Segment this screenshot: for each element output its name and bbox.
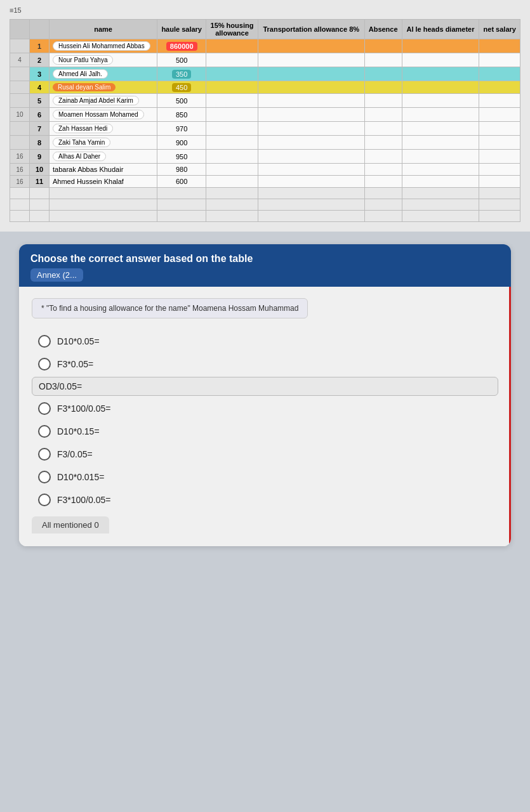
toolbar: ≡15 [10,6,520,14]
row-num-cell: 16 [10,176,30,188]
col-transport-header: Transportation allowance 8% [258,20,364,39]
option-label: D10*0.015= [57,472,104,482]
salary-cell: 950 [157,150,206,164]
table-row: 7 Zah Hassan Hedi 970 [10,122,520,136]
table-row: 10 6 Moamen Hossam Mohamed 850 [10,108,520,122]
table-row: 16 9 Alhas Al Daher 950 [10,150,520,164]
row-index-cell: 7 [30,122,50,136]
name-value: Zainab Amjad Abdel Karim [53,96,139,105]
al-cell [402,39,479,53]
table-row: 16 11 Ahmed Hussein Khalaf 600 [10,176,520,188]
radio-option4[interactable] [38,402,51,415]
row-index-cell: 3 [30,67,50,81]
column-header-row: name haule salary 15% housingallowance T… [10,20,520,39]
option-label: F3*100/0.05= [57,403,110,414]
radio-option2[interactable] [38,358,51,370]
row-index-cell: 9 [30,150,50,164]
list-item[interactable]: F3*100/0.05= [32,398,498,419]
col-name-header: name [50,20,157,39]
option-label: F3/0.05= [57,449,93,459]
quiz-question: * "To find a housing allowance for the n… [32,298,308,318]
row-index-cell: 2 [30,53,50,67]
name-cell: Alhas Al Daher [50,150,157,164]
name-value: Rusal deyan Salim [53,83,116,91]
quiz-wrapper: Choose the correct answer based on the t… [10,244,520,546]
salary-cell: 500 [157,94,206,108]
quiz-title: Choose the correct answer based on the t… [30,253,500,265]
salary-cell: 900 [157,136,206,150]
salary-cell: 850 [157,108,206,122]
name-value: Alhas Al Daher [53,152,106,161]
col-housing-header: 15% housingallowance [206,20,258,39]
quiz-body: * "To find a housing allowance for the n… [19,287,511,546]
option-label: D10*0.15= [57,426,100,436]
name-cell: Rusal deyan Salim [50,81,157,94]
table-row: 4 2 Nour Patlu Yahya 500 [10,53,520,67]
list-item[interactable]: D10*0.015= [32,467,498,487]
row-index-cell: 6 [30,108,50,122]
row-num-cell [10,39,30,53]
name-cell: Hussein Ali Mohammed Abbas [50,39,157,53]
quiz-annex-label: Annex (2... [30,268,83,282]
name-value: Moamen Hossam Mohamed [53,110,144,119]
red-vertical-line [509,287,511,546]
option-label: D10*0.05= [57,336,100,346]
name-cell: Zah Hassan Hedi [50,122,157,136]
row-index-cell: 5 [30,94,50,108]
name-cell: Ahmed Ali Jalh. [50,67,157,81]
row-index-cell: 8 [30,136,50,150]
row-index-cell: 1 [30,39,50,53]
name-value: Nour Patlu Yahya [53,55,113,65]
list-item[interactable]: F3*100/0.05= [32,490,498,510]
name-cell: Zainab Amjad Abdel Karim [50,94,157,108]
row-num-cell: 4 [10,53,30,67]
salary-cell: 500 [157,53,206,67]
name-cell: Ahmed Hussein Khalaf [50,176,157,188]
table-row: 16 10 tabarak Abbas Khudair 980 [10,164,520,176]
table-row: 8 Zaki Taha Yamin 900 [10,136,520,150]
row-index-cell: 4 [30,81,50,94]
col-al-header: Al le heads diameter [402,20,479,39]
salary-cell: 450 [157,81,206,94]
list-item[interactable]: F3/0.05= [32,444,498,464]
option-label: F3*100/0.05= [57,495,110,505]
radio-option8[interactable] [38,494,51,506]
toolbar-label: ≡15 [10,6,22,14]
net-cell [479,39,520,53]
col-haule-header: haule salary [157,20,206,39]
radio-option1[interactable] [38,335,51,348]
table-row: 3 Ahmed Ali Jalh. 350 [10,67,520,81]
salary-cell: 980 [157,164,206,176]
col-absence-header: Absence [364,20,402,39]
table-row [10,188,520,199]
salary-cell: 970 [157,122,206,136]
list-item[interactable]: F3*0.05= [32,354,498,374]
spreadsheet-section: ≡15 name haule salary 15% housingallowan… [0,0,530,232]
name-cell: Nour Patlu Yahya [50,53,157,67]
row-num-cell [10,136,30,150]
list-item[interactable]: D10*0.05= [32,331,498,351]
all-mentioned-label[interactable]: All mentioned 0 [32,516,109,534]
radio-option6[interactable] [38,448,51,461]
list-item[interactable]: D10*0.15= [32,421,498,442]
name-cell: Zaki Taha Yamin [50,136,157,150]
option-label: F3*0.05= [57,359,93,369]
row-num-cell [10,67,30,81]
options-list: D10*0.05= F3*0.05= OD3/0.05= F3*100/0.05… [32,331,498,510]
row-num-cell: 16 [10,164,30,176]
col-empty2 [30,20,50,39]
radio-option7[interactable] [38,471,51,483]
table-row: 5 Zainab Amjad Abdel Karim 500 [10,94,520,108]
table-row: 4 Rusal deyan Salim 450 [10,81,520,94]
row-num-cell [10,94,30,108]
housing-cell [206,39,258,53]
table-row: 1 Hussein Ali Mohammed Abbas 860000 [10,39,520,53]
salary-cell: 860000 [157,39,206,53]
list-item[interactable]: OD3/0.05= [32,377,498,396]
row-index-cell: 10 [30,164,50,176]
name-value: Hussein Ali Mohammed Abbas [53,41,150,51]
salary-value: 860000 [166,42,197,51]
radio-option5[interactable] [38,425,51,438]
row-index-cell: 11 [30,176,50,188]
col-empty1 [10,20,30,39]
